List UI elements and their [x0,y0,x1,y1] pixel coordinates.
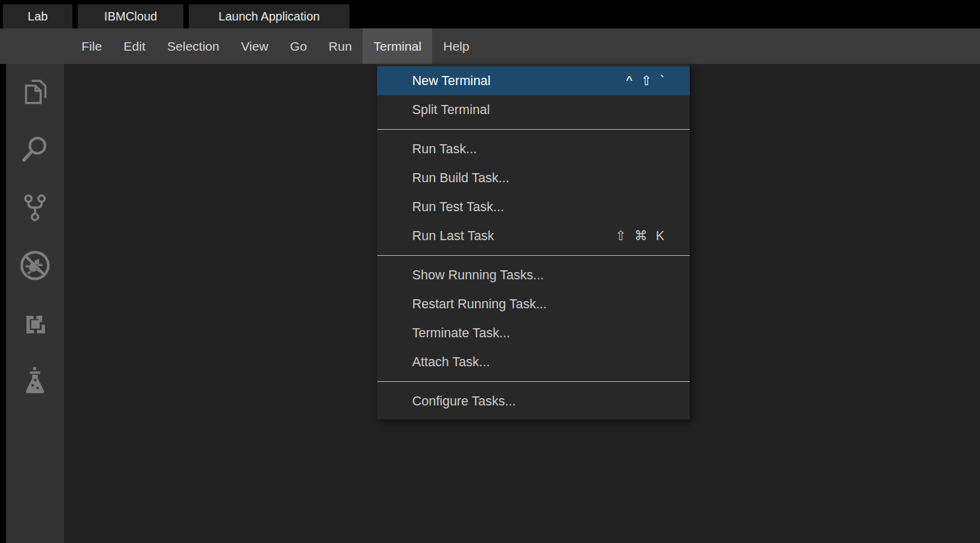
menu-item-run-test-task[interactable]: Run Test Task... [377,192,690,221]
menu-item-label: Attach Task... [412,355,490,370]
menu-item-attach-task[interactable]: Attach Task... [377,348,690,376]
no-bug-glyph [18,249,52,282]
extensions-icon[interactable] [18,308,52,339]
menu-separator [377,255,690,256]
menu-item-show-running-tasks[interactable]: Show Running Tasks... [377,261,690,290]
menu-separator [377,129,690,130]
menu-item-label: Configure Tasks... [412,394,516,409]
menu-item-run-build-task[interactable]: Run Build Task... [377,164,690,192]
menubar-item-terminal[interactable]: Terminal [363,28,432,64]
menu-item-label: Split Terminal [412,103,490,118]
tab-launch-application[interactable]: Launch Application [189,4,349,28]
git-fork-glyph [20,192,50,223]
menubar-item-help[interactable]: Help [432,28,480,64]
menu-item-label: Restart Running Task... [412,297,547,312]
ide-window: Lab IBMCloud Launch Application File Edi… [0,0,980,543]
tab-label: Lab [28,10,48,24]
source-control-icon[interactable] [18,192,52,223]
tab-label: Launch Application [218,10,320,24]
menubar-item-selection[interactable]: Selection [156,28,230,64]
magnifier-glyph [19,134,51,165]
menubar-item-edit[interactable]: Edit [113,28,156,64]
menu-item-shortcut: ^ ⇧ ` [626,73,667,89]
menu-item-label: New Terminal [412,74,491,89]
window-edge [0,64,6,543]
terminal-menu: New Terminal ^ ⇧ ` Split Terminal Run Ta… [377,64,690,419]
menu-separator [377,381,690,382]
browser-tab-bar: Lab IBMCloud Launch Application [0,0,980,28]
menu-item-restart-running-task[interactable]: Restart Running Task... [377,290,690,319]
menubar-item-file[interactable]: File [71,28,113,64]
debug-disabled-icon[interactable] [18,250,52,281]
menu-item-terminate-task[interactable]: Terminate Task... [377,319,690,348]
menu-item-split-terminal[interactable]: Split Terminal [377,95,690,124]
search-icon[interactable] [18,134,52,165]
menu-item-label: Run Last Task [412,229,494,244]
extensions-glyph [20,308,50,338]
menu-item-shortcut: ⇧ ⌘ K [615,228,667,244]
menu-item-run-last-task[interactable]: Run Last Task ⇧ ⌘ K [377,221,690,250]
menu-item-new-terminal[interactable]: New Terminal ^ ⇧ ` [377,66,690,95]
menu-item-configure-tasks[interactable]: Configure Tasks... [377,387,690,416]
activity-bar [6,64,64,543]
menu-item-label: Run Build Task... [412,171,509,186]
tab-lab[interactable]: Lab [3,4,72,28]
menubar-item-view[interactable]: View [230,28,279,64]
menu-item-label: Run Test Task... [412,200,504,215]
menu-item-label: Run Task... [412,142,477,157]
tab-label: IBMCloud [104,10,158,24]
menu-item-label: Show Running Tasks... [412,268,544,283]
tab-ibmcloud[interactable]: IBMCloud [78,4,183,28]
menubar-item-run[interactable]: Run [318,28,363,64]
flask-glyph [20,366,50,397]
menu-item-run-task[interactable]: Run Task... [377,135,690,164]
explorer-icon[interactable] [18,76,52,107]
menu-item-label: Terminate Task... [412,326,510,341]
menubar-item-go[interactable]: Go [279,28,318,64]
files-glyph [20,77,50,107]
menu-bar: File Edit Selection View Go Run Terminal… [0,28,980,64]
lab-flask-icon[interactable] [18,366,52,397]
